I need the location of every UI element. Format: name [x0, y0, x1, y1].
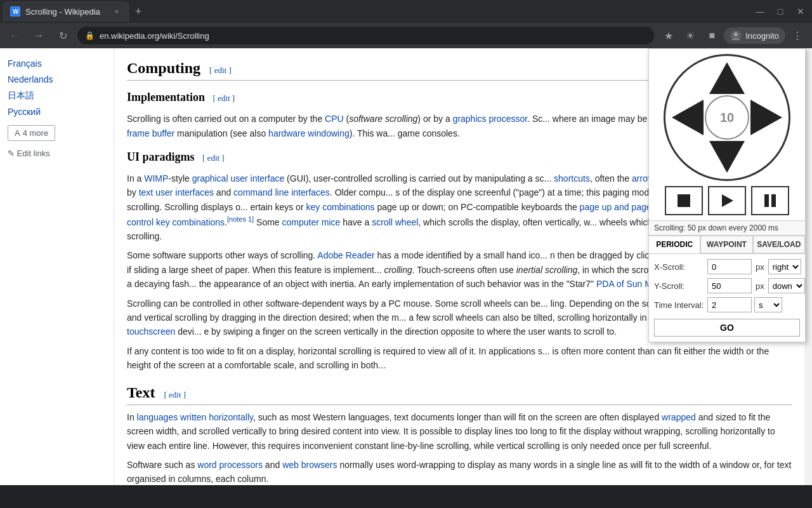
wrapped-link[interactable]: wrapped [662, 412, 696, 422]
url-text: en.wikipedia.org/wiki/Scrolling [100, 31, 646, 41]
key-combos-link[interactable]: key combinations [306, 202, 374, 212]
dpad-center-number: 10 [705, 95, 749, 140]
y-scroll-row: Y-Scroll: px down up [654, 278, 800, 293]
scroll-overlay-panel: 10 Scrolling: 50 px down every 2000 ms P… [648, 48, 806, 342]
panel-tabs: PERIODIC WAYPOINT SAVE/LOAD [649, 236, 805, 254]
cli-link[interactable]: command line interfaces [233, 187, 330, 197]
time-interval-label: Time Interval: [654, 300, 705, 310]
minimize-button[interactable]: — [751, 3, 769, 20]
svg-marker-5 [722, 194, 733, 207]
translate-button[interactable]: ☀ [681, 26, 700, 45]
dpad-up-button[interactable] [709, 62, 745, 94]
extensions-button[interactable]: ■ [702, 26, 721, 45]
bookmark-button[interactable]: ★ [659, 26, 678, 45]
edit-implementation-link[interactable]: [ edit ] [213, 93, 235, 103]
play-button[interactable] [708, 186, 746, 215]
time-interval-input[interactable] [707, 297, 752, 312]
incognito-button[interactable]: Incognito [724, 27, 785, 44]
svg-rect-4 [678, 194, 690, 207]
web-browsers-link[interactable]: web browsers [282, 460, 337, 470]
x-scroll-unit: px [756, 262, 764, 272]
more-languages-button[interactable]: A 4 more [8, 125, 55, 141]
new-tab-button[interactable]: + [129, 3, 147, 20]
touchscreen-link[interactable]: touchscreen [127, 326, 175, 337]
tab-waypoint[interactable]: WAYPOINT [700, 236, 752, 253]
svg-point-3 [734, 32, 738, 36]
time-unit-select[interactable]: s ms [754, 297, 782, 312]
close-window-button[interactable]: ✕ [792, 3, 809, 20]
incognito-label: Incognito [745, 31, 779, 41]
maximize-button[interactable]: □ [771, 3, 789, 20]
cpu-link[interactable]: CPU [325, 114, 344, 124]
address-bar[interactable]: 🔒 en.wikipedia.org/wiki/Scrolling [77, 27, 654, 44]
time-interval-row: Time Interval: s ms [654, 297, 800, 312]
menu-button[interactable]: ⋮ [788, 26, 807, 45]
pause-button[interactable] [751, 186, 789, 215]
sidebar-link-nederlands[interactable]: Nederlands [8, 72, 106, 88]
svg-rect-7 [771, 194, 776, 207]
tab-close-button[interactable]: × [112, 6, 122, 17]
scroll-wheel-link[interactable]: scroll wheel [372, 217, 418, 227]
y-scroll-direction-select[interactable]: down up [768, 278, 805, 293]
dpad-right-button[interactable] [750, 100, 782, 135]
active-tab[interactable]: W Scrolling - Wikipedia × [3, 1, 129, 22]
adobe-link[interactable]: Adobe Reader [317, 250, 374, 260]
edit-text-link[interactable]: [ edit ] [164, 390, 186, 399]
svg-rect-6 [764, 194, 769, 207]
svg-text:W: W [13, 8, 19, 15]
dpad-circle: 10 [664, 54, 790, 181]
tab-bar: W Scrolling - Wikipedia × + — □ ✕ [0, 0, 812, 23]
dpad: 10 [664, 54, 790, 181]
para-horizontal: If any content is too wide to fit on a d… [127, 344, 792, 373]
sidebar-link-japanese[interactable]: 日本語 [8, 88, 106, 104]
dpad-down-button[interactable] [709, 141, 745, 173]
tui-link[interactable]: text user interfaces [139, 187, 214, 197]
shortcuts-link[interactable]: shortcuts [554, 173, 590, 184]
sidebar-link-francais[interactable]: Français [8, 56, 106, 72]
x-scroll-input[interactable] [707, 259, 752, 274]
translate-small-icon: A [15, 128, 20, 138]
hw-windowing-link[interactable]: hardware windowing [268, 128, 350, 138]
text-heading: Text [ edit ] [127, 380, 792, 405]
wimp-link[interactable]: WIMP [144, 173, 168, 184]
back-button[interactable]: ← [5, 26, 24, 45]
dpad-left-button[interactable] [672, 100, 704, 135]
tab-saveload[interactable]: SAVE/LOAD [753, 236, 805, 253]
tab-favicon: W [10, 6, 20, 17]
para-text2: Software such as word processors and web… [127, 458, 792, 485]
edit-links-button[interactable]: ✎ Edit links [8, 149, 106, 158]
dpad-container: 10 [649, 49, 805, 184]
horiz-writing-link[interactable]: languages written horizontally [137, 412, 253, 422]
stop-button[interactable] [665, 186, 703, 215]
y-scroll-unit: px [756, 281, 764, 291]
edit-ui-paradigms-link[interactable]: [ edit ] [202, 153, 225, 163]
tab-title: Scrolling - Wikipedia [25, 7, 107, 17]
y-scroll-input[interactable] [707, 278, 752, 293]
incognito-icon [730, 30, 742, 41]
computer-mice-link[interactable]: computer mice [282, 217, 341, 227]
x-scroll-direction-select[interactable]: right left [768, 259, 801, 274]
framebuffer-link[interactable]: frame buffer [127, 128, 174, 138]
status-bar: Scrolling: 50 px down every 2000 ms [649, 220, 805, 236]
word-processors-link[interactable]: word processors [197, 460, 263, 470]
x-scroll-row: X-Scroll: px right left [654, 259, 800, 274]
more-label: 4 more [23, 128, 48, 138]
reload-button[interactable]: ↻ [53, 26, 72, 45]
para-text1: In languages written horizontally, such … [127, 410, 792, 453]
edit-computing-link[interactable]: [ edit ] [209, 65, 232, 75]
page-wrapper: Français Nederlands 日本語 Русский A 4 more… [0, 48, 812, 485]
tab-periodic[interactable]: PERIODIC [649, 236, 700, 253]
gui-link[interactable]: graphical user interface [192, 173, 285, 184]
ctrl-key-link[interactable]: control key combinations [127, 217, 225, 227]
stop-icon [675, 192, 693, 210]
forward-button[interactable]: → [29, 26, 48, 45]
sidebar: Français Nederlands 日本語 Русский A 4 more… [0, 48, 114, 485]
status-text: Scrolling: 50 px down every 2000 ms [654, 224, 778, 232]
go-button[interactable]: GO [654, 319, 800, 337]
sidebar-link-russian[interactable]: Русский [8, 104, 106, 120]
x-scroll-label: X-Scroll: [654, 262, 705, 272]
lock-icon: 🔒 [85, 31, 95, 40]
play-icon [718, 192, 736, 210]
control-buttons [649, 184, 805, 220]
gpu-link[interactable]: graphics processor [453, 114, 528, 124]
